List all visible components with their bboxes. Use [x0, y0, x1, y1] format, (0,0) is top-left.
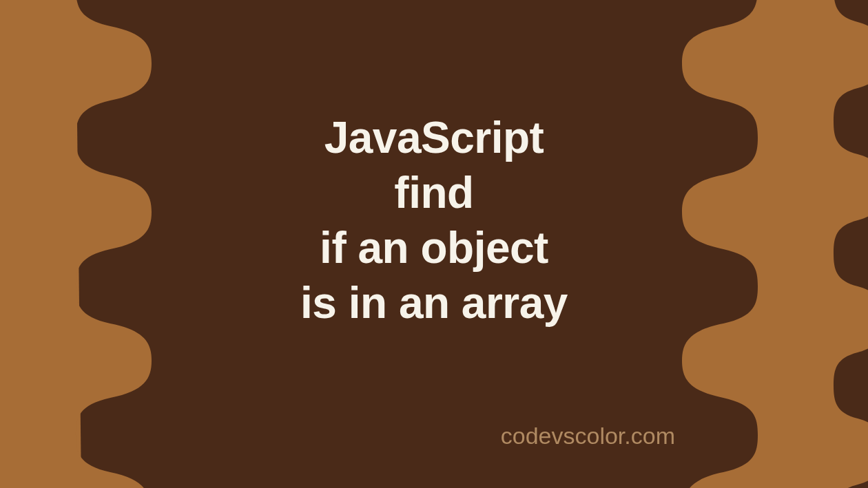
title-line-4: is in an array [0, 275, 868, 330]
title-line-2: find [0, 165, 868, 220]
title-line-3: if an object [0, 220, 868, 275]
watermark-text: codevscolor.com [501, 423, 675, 449]
title-line-1: JavaScript [0, 110, 868, 165]
title-block: JavaScript find if an object is in an ar… [0, 110, 868, 330]
